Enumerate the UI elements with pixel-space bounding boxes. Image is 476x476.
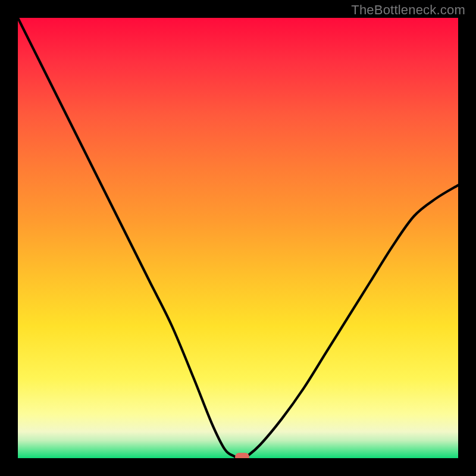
plot-area bbox=[18, 18, 458, 458]
watermark-text: TheBottleneck.com bbox=[351, 2, 465, 18]
chart-frame: TheBottleneck.com bbox=[0, 0, 476, 476]
bottleneck-curve bbox=[18, 18, 458, 458]
minimum-marker bbox=[235, 453, 249, 458]
